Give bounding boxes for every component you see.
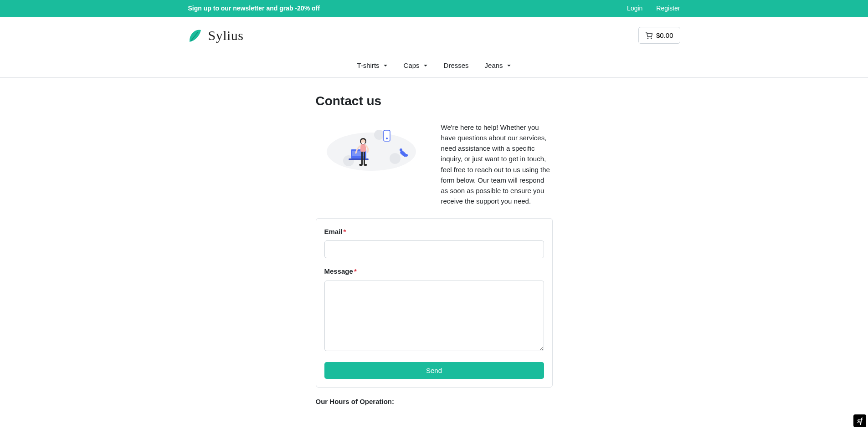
send-button[interactable]: Send — [324, 362, 544, 379]
required-star-icon: * — [354, 267, 357, 275]
cart-button[interactable]: $0.00 — [638, 27, 680, 44]
svg-point-0 — [647, 38, 648, 38]
svg-rect-17 — [361, 152, 363, 164]
nav-item-label: Jeans — [485, 61, 503, 71]
svg-rect-12 — [349, 158, 369, 160]
svg-point-1 — [651, 38, 652, 38]
nav-item-tshirts[interactable]: T-shirts — [357, 60, 387, 72]
brand-name: Sylius — [208, 25, 244, 46]
svg-point-9 — [386, 138, 388, 139]
cart-icon — [645, 32, 652, 39]
main-nav: T-shirts Caps Dresses Jeans — [0, 54, 868, 78]
caret-down-icon — [383, 63, 388, 68]
svg-rect-15 — [362, 143, 365, 144]
brand-logo[interactable]: Sylius — [188, 25, 244, 46]
svg-point-4 — [390, 153, 401, 164]
nav-item-dresses[interactable]: Dresses — [444, 60, 469, 72]
svg-rect-18 — [364, 152, 365, 164]
svg-point-20 — [364, 164, 367, 166]
email-field[interactable] — [324, 240, 544, 258]
cart-total: $0.00 — [656, 31, 673, 39]
email-label: Email* — [324, 227, 544, 237]
page-title: Contact us — [316, 92, 553, 111]
svg-point-7 — [405, 154, 408, 157]
svg-rect-8 — [384, 130, 390, 141]
contact-illustration — [316, 122, 427, 172]
nav-item-label: Dresses — [444, 61, 469, 71]
nav-item-caps[interactable]: Caps — [404, 60, 428, 72]
top-banner: Sign up to our newsletter and grab -20% … — [0, 0, 868, 17]
caret-down-icon — [423, 63, 428, 68]
intro-text: We're here to help! Whether you have que… — [441, 122, 553, 207]
svg-point-6 — [400, 148, 402, 151]
newsletter-promo-text: Sign up to our newsletter and grab -20% … — [188, 4, 320, 13]
svg-point-5 — [374, 130, 384, 140]
login-link[interactable]: Login — [627, 4, 642, 13]
symfony-badge-icon[interactable]: sf — [853, 414, 866, 425]
message-field[interactable] — [324, 281, 544, 351]
caret-down-icon — [507, 63, 511, 68]
message-label: Message* — [324, 266, 544, 277]
nav-item-label: Caps — [404, 61, 420, 71]
header: Sylius $0.00 — [0, 17, 868, 54]
required-star-icon: * — [344, 228, 346, 235]
nav-item-label: T-shirts — [357, 61, 379, 71]
contact-form: Email* Message* Send — [316, 218, 553, 388]
svg-rect-16 — [360, 144, 366, 152]
svg-point-19 — [359, 164, 363, 166]
hours-heading: Our Hours of Operation: — [316, 397, 553, 407]
register-link[interactable]: Register — [656, 4, 680, 13]
nav-item-jeans[interactable]: Jeans — [485, 60, 511, 72]
sylius-leaf-icon — [188, 27, 203, 44]
